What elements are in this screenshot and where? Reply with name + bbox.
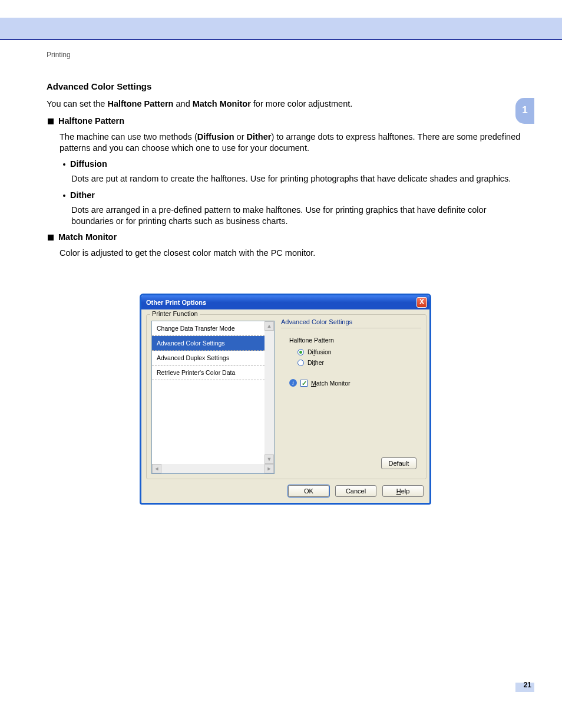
list-inner: Change Data Transfer Mode Advanced Color…	[152, 321, 265, 464]
radio-icon[interactable]	[297, 360, 304, 366]
settings-pane-rule	[281, 328, 421, 328]
dialog-title: Other Print Options	[146, 299, 206, 306]
text-bold: Match Monitor	[193, 99, 251, 108]
radio-label: Diffusion	[308, 348, 332, 355]
match-monitor-checkbox[interactable]	[300, 380, 308, 387]
page-number: 21	[524, 681, 531, 689]
cancel-button[interactable]: Cancel	[335, 485, 376, 497]
halftone-paragraph: The machine can use two methods (Diffusi…	[59, 131, 524, 154]
subsection-title: Halftone Pattern	[58, 116, 124, 127]
document-body: Advanced Color Settings You can set the …	[47, 81, 524, 263]
other-print-options-dialog: Other Print Options X Printer Function C…	[140, 294, 431, 505]
settings-pane: Advanced Color Settings Halftone Pattern…	[281, 318, 421, 474]
help-button[interactable]: Help	[382, 485, 424, 497]
text-bold: Halftone Pattern	[107, 99, 173, 108]
section-title: Advanced Color Settings	[47, 81, 524, 93]
bullet-title: Diffusion	[70, 159, 107, 170]
screenshot-dialog: Other Print Options X Printer Function C…	[140, 294, 431, 505]
subsection-halftone: Halftone Pattern	[47, 116, 524, 127]
header-band	[0, 18, 562, 39]
header-rule	[0, 39, 562, 40]
list-item-change-data-transfer-mode[interactable]: Change Data Transfer Mode	[152, 321, 265, 336]
text-bold: Diffusion	[197, 132, 234, 141]
info-icon[interactable]: i	[289, 379, 297, 387]
scroll-left-icon[interactable]: ◄	[152, 464, 161, 473]
radio-diffusion[interactable]: Diffusion	[297, 348, 421, 355]
close-button[interactable]: X	[416, 297, 427, 308]
ok-button[interactable]: OK	[288, 485, 329, 497]
dialog-bottom-buttons: OK Cancel Help	[288, 485, 424, 497]
text: for more color adjustment.	[251, 99, 352, 108]
bullet-dot-icon	[63, 163, 65, 166]
diffusion-paragraph: Dots are put at random to create the hal…	[71, 173, 524, 185]
bullet-dither: Dither	[63, 190, 524, 201]
bullet-title: Dither	[70, 190, 95, 201]
match-monitor-paragraph: Color is adjusted to get the closest col…	[59, 248, 524, 259]
groupbox-label: Printer Function	[150, 310, 200, 317]
list-item-advanced-duplex-settings[interactable]: Advanced Duplex Settings	[152, 351, 265, 365]
radio-icon[interactable]	[297, 349, 304, 355]
square-bullet-icon	[48, 235, 54, 241]
dialog-titlebar[interactable]: Other Print Options X	[141, 295, 429, 309]
printer-function-list[interactable]: Change Data Transfer Mode Advanced Color…	[151, 321, 275, 474]
halftone-pattern-label: Halftone Pattern	[289, 337, 421, 344]
bullet-dot-icon	[63, 195, 65, 197]
scroll-down-icon[interactable]: ▼	[265, 454, 274, 464]
radio-label: Dither	[308, 359, 324, 366]
text: You can set the	[47, 99, 107, 108]
printer-function-groupbox: Printer Function Change Data Transfer Mo…	[146, 314, 427, 479]
dither-paragraph: Dots are arranged in a pre-defined patte…	[71, 205, 524, 227]
subsection-match-monitor: Match Monitor	[47, 232, 524, 243]
list-vertical-scrollbar[interactable]: ▲ ▼	[265, 321, 274, 464]
match-monitor-label: Match Monitor	[311, 380, 351, 387]
bullet-diffusion: Diffusion	[63, 159, 524, 170]
scroll-up-icon[interactable]: ▲	[265, 321, 274, 331]
breadcrumb: Printing	[47, 51, 71, 59]
settings-pane-title: Advanced Color Settings	[281, 318, 421, 325]
scroll-right-icon[interactable]: ►	[265, 464, 274, 473]
subsection-title: Match Monitor	[58, 232, 117, 243]
text: and	[173, 99, 192, 108]
intro-paragraph: You can set the Halftone Pattern and Mat…	[47, 98, 524, 110]
default-button[interactable]: Default	[381, 457, 416, 469]
text: The machine can use two methods (	[59, 132, 197, 141]
text: or	[234, 132, 247, 141]
list-item-retrieve-printers-color-data[interactable]: Retrieve Printer's Color Data	[152, 365, 265, 380]
list-item-advanced-color-settings[interactable]: Advanced Color Settings	[152, 336, 265, 351]
list-horizontal-scrollbar[interactable]: ◄ ►	[152, 464, 274, 473]
match-monitor-row[interactable]: i Match Monitor	[289, 379, 421, 387]
square-bullet-icon	[48, 118, 54, 124]
text-bold: Dither	[247, 132, 272, 141]
radio-dither[interactable]: Dither	[297, 359, 421, 366]
